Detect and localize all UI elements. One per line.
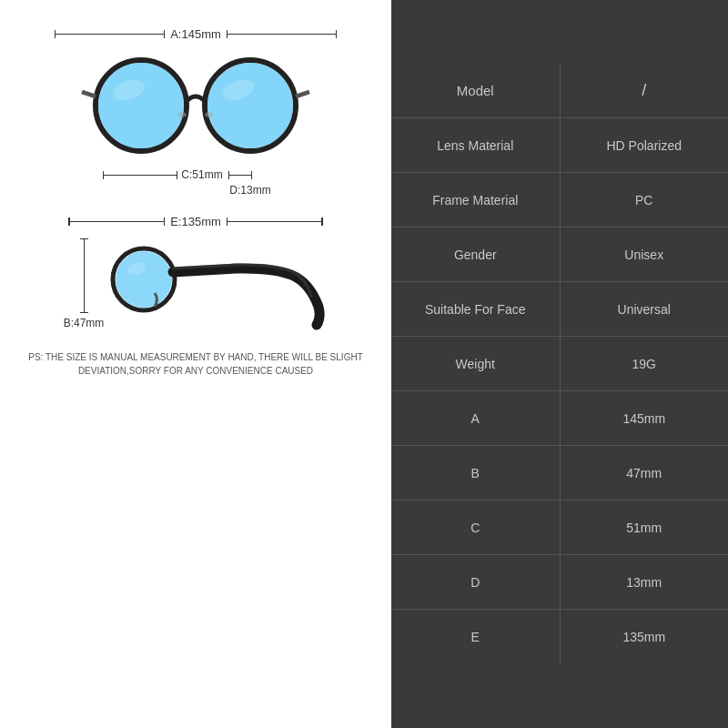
spec-label-9: E: [391, 610, 561, 664]
spec-label-2: Gender: [391, 228, 561, 281]
e-dimension-line: [69, 221, 165, 222]
specs-table: Model / Lens Material HD Polarized Frame…: [391, 64, 728, 664]
spec-row-5: A 145mm: [391, 391, 728, 446]
svg-line-4: [82, 92, 96, 96]
spec-label-0: Lens Material: [391, 118, 561, 172]
spec-value-2: Unisex: [561, 248, 729, 262]
spec-label-7: C: [391, 500, 561, 554]
e-label: E:135mm: [165, 215, 227, 228]
svg-point-7: [205, 112, 214, 117]
spec-label-6: B: [391, 446, 561, 500]
svg-point-11: [116, 251, 172, 308]
front-view-section: A:145mm: [18, 27, 373, 197]
spec-row-4: Weight 19G: [391, 337, 728, 391]
a-label: A:145mm: [165, 27, 227, 41]
a-dimension-row: A:145mm: [55, 27, 337, 41]
svg-point-1: [98, 63, 184, 148]
spec-value-3: Universal: [561, 302, 729, 317]
header-value: /: [561, 81, 729, 100]
specs-rows-container: Lens Material HD Polarized Frame Materia…: [391, 118, 728, 664]
svg-line-5: [296, 92, 309, 96]
a-dimension-line: [55, 34, 165, 35]
cd-dimension-row: C:51mm D:13mm: [18, 168, 373, 197]
right-panel: Model / Lens Material HD Polarized Frame…: [391, 0, 728, 728]
spec-label-3: Suitable For Face: [391, 282, 561, 336]
glasses-side-view: [109, 234, 328, 334]
spec-row-6: B 47mm: [391, 446, 728, 500]
spec-label-4: Weight: [391, 337, 561, 390]
spec-label-5: A: [391, 391, 561, 445]
b-dimension-col: B:47mm: [64, 238, 105, 329]
side-view-wrap: B:47mm: [18, 234, 373, 334]
spec-row-3: Suitable For Face Universal: [391, 282, 728, 337]
c-dim-label: C:51mm: [177, 168, 226, 181]
spec-row-7: C 51mm: [391, 500, 728, 555]
spec-value-0: HD Polarized: [561, 138, 729, 153]
header-label: Model: [391, 64, 561, 117]
spec-value-9: 135mm: [561, 630, 729, 644]
spec-value-7: 51mm: [561, 521, 729, 535]
specs-header-row: Model /: [391, 64, 728, 118]
spec-row-2: Gender Unisex: [391, 228, 728, 282]
spec-row-1: Frame Material PC: [391, 173, 728, 228]
spec-value-5: 145mm: [561, 411, 729, 426]
spec-label-8: D: [391, 555, 561, 609]
spec-value-4: 19G: [561, 357, 729, 371]
spec-row-8: D 13mm: [391, 555, 728, 610]
e-dimension-line-right: [227, 221, 322, 222]
a-dimension-line-right: [227, 34, 337, 35]
b-label: B:47mm: [64, 317, 105, 329]
side-view-section: E:135mm B:47mm: [18, 215, 373, 334]
svg-point-3: [207, 63, 293, 148]
page-container: A:145mm: [0, 0, 728, 728]
svg-point-6: [177, 112, 187, 117]
spec-value-1: PC: [561, 193, 729, 207]
spec-row-0: Lens Material HD Polarized: [391, 118, 728, 173]
left-panel: A:145mm: [0, 0, 391, 728]
d-dim-label: D:13mm: [229, 184, 270, 197]
spec-value-6: 47mm: [561, 466, 729, 480]
ps-note: PS: THE SIZE IS MANUAL MEASUREMENT BY HA…: [18, 350, 373, 378]
glasses-front-view: [64, 46, 328, 165]
spec-value-8: 13mm: [561, 575, 729, 590]
e-dimension-row: E:135mm: [68, 215, 323, 228]
spec-label-1: Frame Material: [391, 173, 561, 227]
spec-row-9: E 135mm: [391, 610, 728, 664]
